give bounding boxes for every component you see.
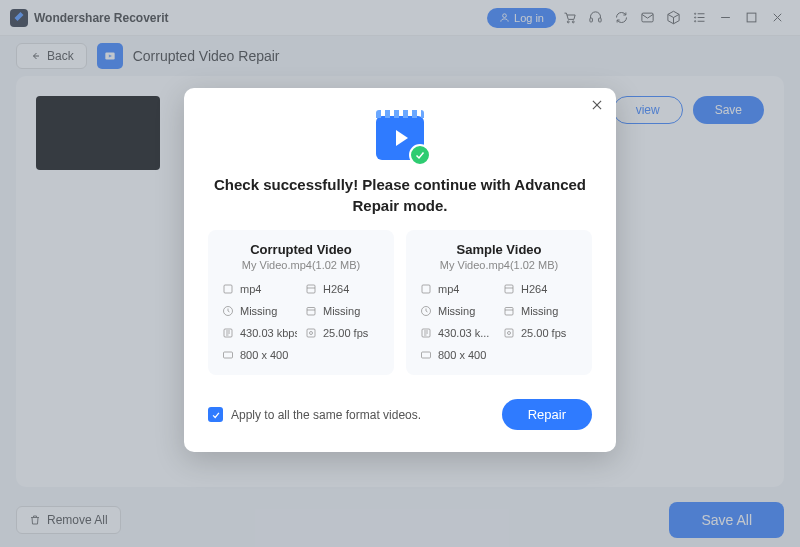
svg-rect-28 (307, 329, 315, 337)
stat-bitrate: 430.03 k... (420, 327, 495, 339)
stat-format: mp4 (222, 283, 297, 295)
stat-duration: Missing (222, 305, 297, 317)
stat-duration: Missing (420, 305, 495, 317)
stat-bitrate: 430.03 kbps (222, 327, 297, 339)
svg-rect-22 (307, 285, 315, 293)
svg-rect-40 (422, 352, 431, 358)
stat-created: Missing (305, 305, 380, 317)
modal-title: Check successfully! Please continue with… (208, 174, 592, 216)
advanced-repair-modal: Check successfully! Please continue with… (184, 88, 616, 452)
svg-rect-35 (505, 308, 513, 316)
close-icon[interactable] (590, 98, 604, 116)
corrupted-filename: My Video.mp4(1.02 MB) (222, 259, 380, 271)
sample-filename: My Video.mp4(1.02 MB) (420, 259, 578, 271)
stat-fps: 25.00 fps (503, 327, 578, 339)
svg-point-39 (508, 332, 511, 335)
compare-panel: Corrupted Video My Video.mp4(1.02 MB) mp… (208, 230, 592, 375)
sample-card: Sample Video My Video.mp4(1.02 MB) mp4 H… (406, 230, 592, 375)
stat-format: mp4 (420, 283, 495, 295)
sample-heading: Sample Video (420, 242, 578, 257)
stat-resolution: 800 x 400 (420, 349, 495, 361)
corrupted-card: Corrupted Video My Video.mp4(1.02 MB) mp… (208, 230, 394, 375)
repair-button[interactable]: Repair (502, 399, 592, 430)
stat-fps: 25.00 fps (305, 327, 380, 339)
svg-rect-32 (505, 285, 513, 293)
svg-rect-30 (224, 352, 233, 358)
stat-created: Missing (503, 305, 578, 317)
apply-all-checkbox[interactable]: Apply to all the same format videos. (208, 407, 421, 422)
svg-rect-31 (422, 285, 430, 293)
apply-all-label: Apply to all the same format videos. (231, 408, 421, 422)
checkbox-checked-icon (208, 407, 223, 422)
video-repair-icon (373, 110, 427, 164)
svg-rect-38 (505, 329, 513, 337)
svg-rect-21 (224, 285, 232, 293)
modal-head: Check successfully! Please continue with… (208, 110, 592, 230)
stat-codec: H264 (503, 283, 578, 295)
stat-resolution: 800 x 400 (222, 349, 297, 361)
modal-footer: Apply to all the same format videos. Rep… (208, 399, 592, 430)
corrupted-heading: Corrupted Video (222, 242, 380, 257)
stat-codec: H264 (305, 283, 380, 295)
svg-rect-25 (307, 308, 315, 316)
svg-point-29 (310, 332, 313, 335)
success-check-icon (409, 144, 431, 166)
